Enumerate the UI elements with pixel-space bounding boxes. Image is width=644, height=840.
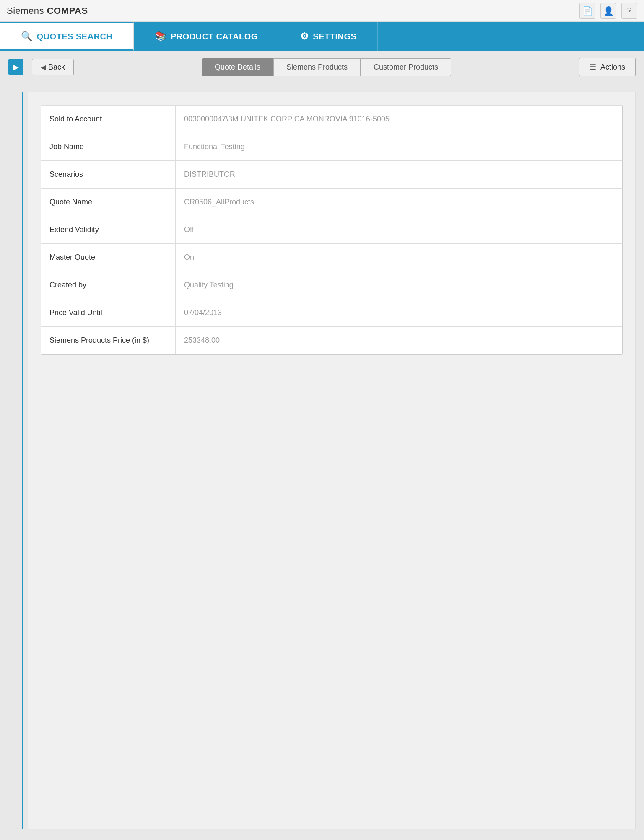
sidebar-toggle-button[interactable]: ▶ <box>8 59 23 75</box>
tab-siemens-products[interactable]: Siemens Products <box>273 58 361 76</box>
form-label: Job Name <box>41 133 175 160</box>
form-row: Extend ValidityOff <box>41 216 622 244</box>
view-tabs: Quote Details Siemens Products Customer … <box>82 58 571 76</box>
main-content: Sold to Account0030000047\3M UNITEK CORP… <box>0 83 644 837</box>
form-value: DISTRIBUTOR <box>175 161 622 188</box>
form-label: Scenarios <box>41 161 175 188</box>
form-value: 253348.00 <box>175 327 622 354</box>
form-value: Off <box>175 216 622 243</box>
form-label: Sold to Account <box>41 106 175 133</box>
tab-customer-products[interactable]: Customer Products <box>361 58 451 76</box>
action-bar: ▶ ◀ Back Quote Details Siemens Products … <box>0 51 644 83</box>
form-value: On <box>175 244 622 271</box>
form-row: Siemens Products Price (in $)253348.00 <box>41 327 622 354</box>
form-label: Quote Name <box>41 189 175 216</box>
back-button[interactable]: ◀ Back <box>32 59 74 75</box>
form-label: Price Valid Until <box>41 299 175 326</box>
form-row: Created byQuality Testing <box>41 271 622 299</box>
nav-tab-settings-label: SETTINGS <box>313 32 356 41</box>
nav-tabs: 🔍 QUOTES SEARCH 📚 PRODUCT CATALOG ⚙ SETT… <box>0 22 644 51</box>
actions-button[interactable]: ☰ Actions <box>579 58 636 76</box>
form-value: 07/04/2013 <box>175 299 622 326</box>
form-row: Master QuoteOn <box>41 244 622 271</box>
form-row: ScenariosDISTRIBUTOR <box>41 161 622 189</box>
top-bar-icons: 📄 👤 ? <box>579 3 637 19</box>
form-label: Siemens Products Price (in $) <box>41 327 175 354</box>
document-icon[interactable]: 📄 <box>579 3 595 19</box>
sidebar-left <box>8 92 23 829</box>
search-icon: 🔍 <box>21 31 33 42</box>
top-bar: Siemens COMPAS 📄 👤 ? <box>0 0 644 22</box>
settings-icon: ⚙ <box>300 31 309 42</box>
form-row: Quote NameCR0506_AllProducts <box>41 189 622 216</box>
catalog-icon: 📚 <box>155 31 166 42</box>
form-row: Price Valid Until07/04/2013 <box>41 299 622 327</box>
form-label: Created by <box>41 271 175 299</box>
tab-quote-details[interactable]: Quote Details <box>202 58 273 76</box>
form-label: Extend Validity <box>41 216 175 243</box>
nav-tab-quotes-search[interactable]: 🔍 QUOTES SEARCH <box>0 22 134 51</box>
form-label: Master Quote <box>41 244 175 271</box>
form-value: Functional Testing <box>175 133 622 160</box>
user-icon[interactable]: 👤 <box>600 3 616 19</box>
nav-tab-product-catalog-label: PRODUCT CATALOG <box>171 32 258 41</box>
content-panel: Sold to Account0030000047\3M UNITEK CORP… <box>28 92 636 829</box>
app-title: Siemens COMPAS <box>7 5 88 16</box>
form-container: Sold to Account0030000047\3M UNITEK CORP… <box>41 105 623 355</box>
back-arrow-icon: ◀ <box>41 63 46 71</box>
form-row: Sold to Account0030000047\3M UNITEK CORP… <box>41 105 622 133</box>
form-value: Quality Testing <box>175 271 622 299</box>
form-value: CR0506_AllProducts <box>175 189 622 216</box>
help-icon[interactable]: ? <box>621 3 637 19</box>
back-button-label: Back <box>48 63 65 72</box>
form-row: Job NameFunctional Testing <box>41 133 622 161</box>
nav-tab-settings[interactable]: ⚙ SETTINGS <box>279 22 378 51</box>
nav-tab-quotes-search-label: QUOTES SEARCH <box>37 32 113 41</box>
nav-tab-product-catalog[interactable]: 📚 PRODUCT CATALOG <box>134 22 279 51</box>
hamburger-icon: ☰ <box>589 62 596 72</box>
form-value: 0030000047\3M UNITEK CORP CA MONROVIA 91… <box>175 106 622 133</box>
actions-button-label: Actions <box>600 63 625 72</box>
